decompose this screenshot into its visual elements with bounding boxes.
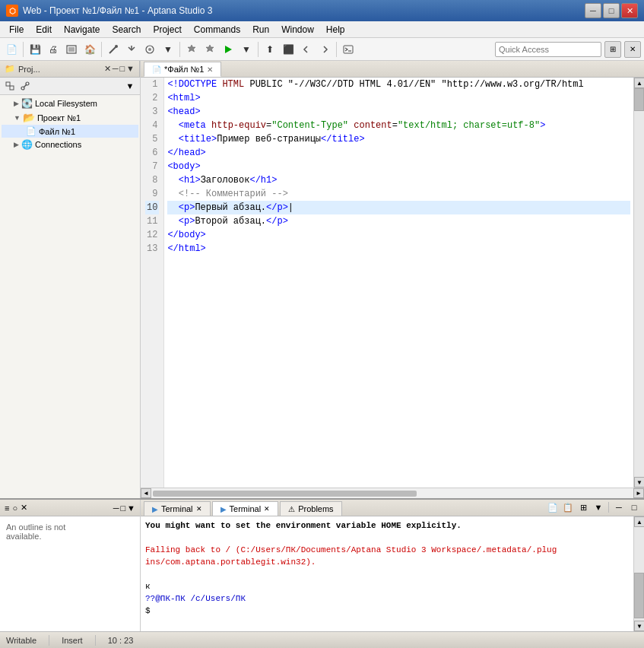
menu-run[interactable]: Run (246, 23, 275, 37)
sidebar-item-local-filesystem[interactable]: ▶ 💽 Local Filesystem (2, 97, 138, 110)
code-editor[interactable]: 12345 6789 10 111213 <!DOCTYPE HTML PUBL… (141, 78, 633, 488)
code-line-12: </body> (167, 228, 630, 242)
terminal-scroll-track[interactable] (634, 527, 644, 621)
close-button[interactable]: ✕ (621, 3, 638, 18)
tab-close-btn[interactable]: ✕ (207, 65, 213, 74)
svg-point-3 (115, 45, 118, 48)
menu-file[interactable]: File (3, 23, 30, 37)
sidebar-dropdown-btn[interactable]: ▼ (123, 79, 137, 93)
outline-max-btn[interactable]: □ (120, 503, 125, 513)
toolbar-new[interactable]: 📄 (3, 41, 20, 58)
toolbar-print[interactable]: 🖨 (45, 41, 62, 58)
scroll-down-btn[interactable]: ▼ (634, 477, 644, 488)
toolbar-stop[interactable]: ⬛ (280, 41, 297, 58)
terminal-new-btn[interactable]: 📄 (546, 500, 560, 514)
terminal-tabs-right: 📄 📋 ⊞ ▼ ─ □ (546, 500, 641, 516)
arrow-right-icon2: ▶ (14, 141, 19, 148)
toolbar-arrow-up[interactable]: ⬆ (262, 41, 278, 58)
sidebar-item-file[interactable]: 📄 Файл №1 (2, 125, 138, 138)
sidebar-max-btn[interactable]: □ (119, 64, 125, 74)
toolbar-cmd2[interactable] (141, 41, 158, 58)
terminal-scroll-thumb[interactable] (634, 573, 644, 618)
terminal-scroll-down[interactable]: ▼ (634, 621, 644, 631)
quick-access-input[interactable] (495, 42, 601, 57)
h-scroll-left-btn[interactable]: ◄ (141, 488, 151, 498)
problems-tab[interactable]: ⚠ Problems (280, 501, 341, 516)
toolbar-dropdown2[interactable]: ▼ (238, 41, 255, 58)
editor-tab-file1[interactable]: 📄 *Файл №1 ✕ (144, 62, 221, 77)
toolbar-btn3[interactable] (63, 41, 80, 58)
terminal-tab-1-close[interactable]: ✕ (196, 505, 202, 513)
menu-search[interactable]: Search (106, 23, 147, 37)
menu-window[interactable]: Window (275, 23, 320, 37)
h-scroll-bar[interactable]: ◄ ► (141, 488, 644, 498)
outline-menu-btn[interactable]: ▼ (127, 503, 135, 513)
code-line-1: <!DOCTYPE HTML PUBLIC "-//W3C//DTD HTML … (167, 78, 630, 91)
toolbar-home[interactable]: 🏠 (81, 41, 98, 58)
sidebar-link-btn[interactable] (18, 79, 32, 93)
code-line-9: <!-- Комментарий --> (167, 187, 630, 201)
terminal-content[interactable]: You might want to set the environment va… (141, 516, 633, 631)
terminal-tab-label-1: Terminal (161, 504, 193, 513)
sidebar-item-connections[interactable]: ▶ 🌐 Connections (2, 138, 138, 151)
toolbar-gear1[interactable] (183, 41, 200, 58)
title-bar-left: ⬡ Web - Проект №1/Файл №1 - Aptana Studi… (6, 5, 212, 17)
arrow-down-icon: ▼ (14, 114, 21, 122)
terminal-vscrollbar[interactable]: ▲ ▼ (633, 516, 644, 631)
svg-rect-12 (6, 82, 10, 86)
vertical-scrollbar[interactable]: ▲ ▼ (633, 78, 644, 488)
menu-navigate[interactable]: Navigate (58, 23, 106, 37)
outline-tab-left: ≡ ○ ✕ (5, 503, 27, 513)
scroll-thumb[interactable] (634, 88, 644, 111)
h-scroll-right-btn[interactable]: ► (633, 488, 644, 498)
outline-min-btn[interactable]: ─ (113, 503, 119, 513)
quick-access-close-btn[interactable]: ✕ (624, 41, 641, 58)
terminal-min-btn[interactable]: ─ (612, 500, 626, 514)
terminal-tab-2[interactable]: ▶ Terminal ✕ (212, 501, 279, 516)
code-line-4: <meta http-equiv="Content-Type" content=… (167, 119, 630, 132)
maximize-button[interactable]: □ (603, 3, 620, 18)
sidebar-collapse-btn[interactable] (3, 79, 17, 93)
terminal-line-7: ??@ПК-ПК /c/Users/ПК (145, 592, 629, 605)
terminal-tab-2-close[interactable]: ✕ (264, 505, 270, 513)
menu-project[interactable]: Project (147, 23, 187, 37)
toolbar-gear2[interactable] (201, 41, 218, 58)
outline-content: An outline is not available. (0, 516, 140, 631)
sidebar-project: 📁 Proj... ✕ ─ □ ▼ ▼ (0, 61, 141, 498)
arrow-right-icon: ▶ (14, 100, 19, 107)
h-scroll-thumb[interactable] (153, 491, 417, 497)
toolbar-cmd1[interactable] (123, 41, 140, 58)
outline-tab-close[interactable]: ✕ (21, 503, 27, 513)
toolbar-forward[interactable] (316, 41, 333, 58)
editor-panel: 📄 *Файл №1 ✕ 12345 6789 10 111213 (141, 61, 644, 498)
terminal-line-1: You might want to set the environment va… (145, 519, 629, 532)
terminal-icon-2: ▶ (220, 505, 227, 513)
sidebar-item-project[interactable]: ▼ 📂 Проект №1 (2, 110, 138, 125)
sidebar-min-btn[interactable]: ─ (113, 64, 119, 74)
terminal-dropdown-btn[interactable]: ▼ (592, 500, 605, 514)
h-scroll-track[interactable] (151, 488, 633, 498)
toolbar-wrench[interactable] (105, 41, 122, 58)
menu-commands[interactable]: Commands (188, 23, 246, 37)
minimize-button[interactable]: ─ (585, 3, 601, 18)
toolbar-terminal[interactable] (340, 41, 357, 58)
menu-edit[interactable]: Edit (30, 23, 58, 37)
terminal-copy-btn[interactable]: 📋 (561, 500, 575, 514)
scroll-up-btn[interactable]: ▲ (634, 78, 644, 88)
sidebar-close-btn[interactable]: ✕ (104, 64, 111, 74)
toolbar-save[interactable]: 💾 (27, 41, 43, 58)
toolbar-run[interactable] (220, 41, 236, 58)
menu-help[interactable]: Help (320, 23, 351, 37)
terminal-line-4: ins/com.aptana.portablegit.win32). (145, 556, 629, 568)
terminal-btn3[interactable]: ⊞ (576, 500, 590, 514)
terminal-tab-1[interactable]: ▶ Terminal ✕ (144, 501, 211, 516)
sidebar-menu-btn[interactable]: ▼ (126, 64, 135, 74)
scroll-track[interactable] (634, 88, 644, 477)
terminal-scroll-up[interactable]: ▲ (634, 516, 644, 527)
quick-access-open-btn[interactable]: ⊞ (604, 41, 621, 58)
toolbar-dropdown[interactable]: ▼ (160, 41, 176, 58)
terminal-max-btn[interactable]: □ (627, 500, 641, 514)
line-numbers: 12345 6789 10 111213 (141, 78, 164, 488)
toolbar-back[interactable] (298, 41, 315, 58)
toolbar-sep-2 (101, 42, 102, 57)
